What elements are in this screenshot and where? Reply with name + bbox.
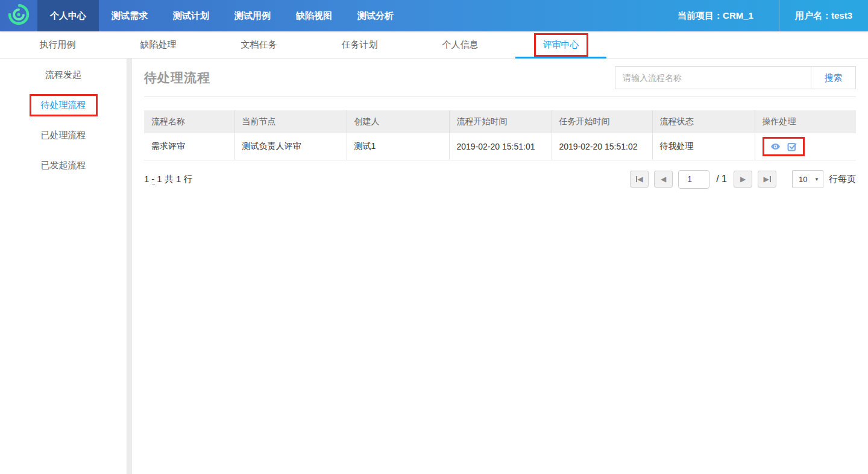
- nav-item-test-analysis[interactable]: 测试分析: [345, 0, 406, 31]
- table-row: 需求评审 测试负责人评审 测试1 2019-02-20 15:51:01 201…: [144, 133, 856, 160]
- tab-document-tasks[interactable]: 文档任务: [209, 31, 309, 58]
- col-header-creator: 创建人: [347, 110, 449, 133]
- page-title: 待处理流程: [144, 69, 210, 86]
- tab-defect-handling[interactable]: 缺陷处理: [108, 31, 209, 58]
- col-header-process-start-time: 流程开始时间: [449, 110, 552, 133]
- main-header: 待处理流程 搜索: [144, 66, 856, 89]
- cell-current-node: 测试负责人评审: [234, 133, 347, 160]
- col-header-current-node: 当前节点: [234, 110, 347, 133]
- nav-item-test-plan[interactable]: 测试计划: [160, 0, 222, 31]
- nav-item-test-requirements[interactable]: 测试需求: [99, 0, 160, 31]
- chevron-down-icon: ▼: [814, 177, 819, 182]
- next-page-button[interactable]: ▶: [734, 171, 752, 188]
- tab-task-plan[interactable]: 任务计划: [309, 31, 410, 58]
- cell-creator: 测试1: [347, 133, 449, 160]
- username-label[interactable]: 用户名：test3: [779, 0, 868, 31]
- cell-process-name: 需求评审: [144, 133, 234, 160]
- sidebar-item-start-process[interactable]: 流程发起: [0, 60, 127, 90]
- sidebar-scrollbar-strip[interactable]: [127, 58, 132, 474]
- last-page-button[interactable]: ▶: [758, 171, 776, 188]
- first-page-button[interactable]: ◀: [630, 171, 649, 188]
- tab-review-center[interactable]: 评审中心: [511, 31, 611, 58]
- summary-dash: -: [151, 174, 155, 185]
- handle-check-square-icon[interactable]: [787, 142, 797, 151]
- pagination-row: 1-1 共 1 行 ◀ ◀ / 1 ▶ ▶ 10: [144, 170, 856, 189]
- swirl-logo-icon: [7, 2, 31, 29]
- nav-item-test-cases[interactable]: 测试用例: [222, 0, 283, 31]
- row-count-summary: 1-1 共 1 行: [144, 174, 193, 185]
- cell-process-status: 待我处理: [652, 133, 755, 160]
- title-divider: [144, 96, 856, 97]
- last-page-icon: ▶: [763, 175, 769, 183]
- sidebar: 流程发起 待处理流程 已处理流程 已发起流程: [0, 58, 127, 474]
- red-annotation-box: 待处理流程: [30, 94, 98, 116]
- prev-page-button[interactable]: ◀: [654, 171, 673, 188]
- main-content: 待处理流程 搜索 流程名称 当前节点 创建人 流程开始时间 任务开始时间 流程状…: [132, 58, 868, 474]
- secondary-tabbar: 执行用例 缺陷处理 文档任务 任务计划 个人信息 评审中心: [0, 31, 868, 58]
- pagination-controls: ◀ ◀ / 1 ▶ ▶ 10 ▼ 行每页: [630, 170, 856, 189]
- next-page-icon: ▶: [740, 175, 746, 183]
- col-header-process-name: 流程名称: [144, 110, 234, 133]
- search-box: 搜索: [615, 66, 856, 89]
- red-annotation-box: [763, 137, 805, 156]
- cell-process-start-time: 2019-02-20 15:51:01: [449, 133, 552, 160]
- pending-process-table: 流程名称 当前节点 创建人 流程开始时间 任务开始时间 流程状态 操作处理 需求…: [144, 110, 856, 160]
- tab-execute-cases[interactable]: 执行用例: [7, 31, 108, 58]
- app-logo[interactable]: [0, 0, 37, 31]
- tab-personal-info[interactable]: 个人信息: [410, 31, 511, 58]
- view-eye-icon[interactable]: [770, 142, 781, 151]
- sidebar-item-handled-processes[interactable]: 已处理流程: [0, 120, 127, 150]
- nav-item-personal-center[interactable]: 个人中心: [37, 0, 99, 31]
- col-header-process-status: 流程状态: [652, 110, 755, 133]
- current-project-label[interactable]: 当前项目：CRM_1: [665, 0, 779, 31]
- col-header-task-start-time: 任务开始时间: [552, 110, 652, 133]
- sidebar-item-initiated-processes[interactable]: 已发起流程: [0, 150, 127, 180]
- nav-item-defect-view[interactable]: 缺陷视图: [283, 0, 345, 31]
- prev-page-icon: ◀: [661, 175, 666, 183]
- navbar-right: 当前项目：CRM_1 用户名：test3: [665, 0, 868, 31]
- cell-actions: [755, 133, 856, 160]
- cell-task-start-time: 2019-02-20 15:51:02: [552, 133, 652, 160]
- top-navbar: 个人中心 测试需求 测试计划 测试用例 缺陷视图 测试分析 当前项目：CRM_1…: [0, 0, 868, 31]
- page-size-select[interactable]: 10 ▼: [792, 170, 823, 188]
- search-button[interactable]: 搜索: [811, 67, 855, 89]
- per-page-label: 行每页: [829, 174, 856, 185]
- col-header-actions: 操作处理: [755, 110, 856, 133]
- search-input[interactable]: [615, 67, 811, 89]
- page-total-label: / 1: [716, 174, 727, 185]
- red-annotation-box: 评审中心: [534, 33, 588, 57]
- page-number-input[interactable]: [678, 170, 709, 189]
- table-header-row: 流程名称 当前节点 创建人 流程开始时间 任务开始时间 流程状态 操作处理: [144, 110, 856, 133]
- sidebar-item-pending-processes[interactable]: 待处理流程: [0, 90, 127, 120]
- page-body: 流程发起 待处理流程 已处理流程 已发起流程 待处理流程 搜索 流程名称 当前节…: [0, 58, 868, 474]
- first-page-icon: [636, 176, 637, 182]
